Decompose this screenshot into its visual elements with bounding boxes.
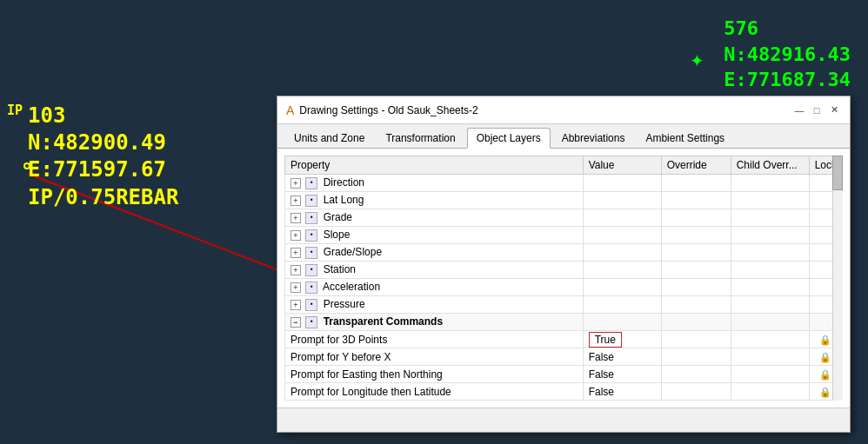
lock-icon: 🔒 bbox=[819, 335, 831, 345]
table-row: + ▪ Pressure bbox=[285, 296, 843, 314]
layer-icon-lat-long: ▪ bbox=[305, 195, 317, 207]
true-value-badge[interactable]: True bbox=[589, 332, 622, 348]
ip-point-marker bbox=[23, 162, 30, 169]
property-prompt-y-before-x[interactable]: Prompt for Y before X bbox=[285, 348, 584, 366]
layer-icon-station: ▪ bbox=[305, 264, 317, 276]
close-button[interactable]: ✕ bbox=[827, 103, 841, 117]
tab-units-and-zone[interactable]: Units and Zone bbox=[284, 128, 374, 148]
layer-icon-slope: ▪ bbox=[305, 229, 317, 242]
override-direction bbox=[661, 175, 731, 192]
property-table: Property Value Override Child Overr... L… bbox=[284, 156, 843, 401]
table-row: + ▪ Grade/Slope bbox=[285, 244, 843, 262]
table-row: + ▪ Slope bbox=[285, 227, 843, 244]
property-prompt-longitude-latitude[interactable]: Prompt for Longitude then Latitude bbox=[285, 383, 584, 401]
layer-icon-grade: ▪ bbox=[305, 212, 317, 224]
property-acceleration[interactable]: + ▪ Acceleration bbox=[285, 279, 584, 296]
property-slope[interactable]: + ▪ Slope bbox=[285, 227, 584, 244]
expand-icon-station[interactable]: + bbox=[290, 265, 301, 275]
property-direction[interactable]: + ▪ Direction bbox=[285, 175, 584, 192]
dialog-title-left: A Drawing Settings - Old Sauk_Sheets-2 bbox=[286, 103, 478, 117]
col-value: Value bbox=[583, 156, 661, 175]
minimize-button[interactable]: — bbox=[792, 103, 806, 117]
lock-icon: 🔒 bbox=[819, 387, 831, 397]
property-grade-slope[interactable]: + ▪ Grade/Slope bbox=[285, 244, 584, 262]
expand-icon-direction[interactable]: + bbox=[290, 178, 301, 189]
property-lat-long[interactable]: + ▪ Lat Long bbox=[285, 192, 584, 209]
expand-icon-lat-long[interactable]: + bbox=[290, 195, 301, 206]
expand-icon-pressure[interactable]: + bbox=[290, 300, 301, 310]
layer-icon-acceleration: ▪ bbox=[305, 282, 317, 294]
value-direction bbox=[583, 175, 661, 192]
layer-icon-transparent-commands: ▪ bbox=[305, 316, 317, 328]
expand-icon-slope[interactable]: + bbox=[290, 230, 301, 241]
lock-icon: 🔒 bbox=[819, 352, 831, 362]
dialog-title-text: Drawing Settings - Old Sauk_Sheets-2 bbox=[299, 104, 477, 116]
value-prompt-longitude-latitude[interactable]: False bbox=[583, 383, 661, 401]
layer-icon-pressure: ▪ bbox=[305, 299, 317, 311]
dialog-tabs: Units and Zone Transformation Object Lay… bbox=[277, 124, 850, 149]
scrollbar-track[interactable] bbox=[832, 156, 843, 401]
col-override: Override bbox=[661, 156, 731, 175]
table-row: + ▪ Station bbox=[285, 262, 843, 279]
expand-icon-transparent-commands[interactable]: − bbox=[290, 317, 301, 328]
table-row: − ▪ Transparent Commands bbox=[285, 314, 843, 331]
col-child-override: Child Overr... bbox=[731, 156, 809, 175]
property-grade[interactable]: + ▪ Grade bbox=[285, 209, 584, 227]
scrollbar-thumb[interactable] bbox=[832, 156, 843, 190]
tab-abbreviations[interactable]: Abbreviations bbox=[552, 128, 635, 148]
property-pressure[interactable]: + ▪ Pressure bbox=[285, 296, 584, 314]
table-row: + ▪ Direction bbox=[285, 175, 843, 192]
layer-icon-direction: ▪ bbox=[305, 177, 317, 189]
table-row: + ▪ Grade bbox=[285, 209, 843, 227]
table-row: Prompt for Longitude then Latitude False… bbox=[285, 383, 843, 401]
expand-icon-grade[interactable]: + bbox=[290, 213, 301, 223]
property-prompt-3d[interactable]: Prompt for 3D Points bbox=[285, 331, 584, 348]
maximize-button[interactable]: □ bbox=[810, 103, 824, 117]
dialog-bottom-bar bbox=[277, 408, 850, 432]
value-prompt-3d[interactable]: True bbox=[583, 331, 661, 348]
coord-top-right: 576 N:482916.43 E:771687.34 bbox=[724, 16, 851, 93]
property-prompt-easting-northing[interactable]: Prompt for Easting then Northing bbox=[285, 366, 584, 383]
dialog-titlebar: A Drawing Settings - Old Sauk_Sheets-2 —… bbox=[277, 96, 850, 124]
col-property: Property bbox=[285, 156, 584, 175]
tab-object-layers[interactable]: Object Layers bbox=[467, 128, 551, 149]
star-marker: ✦ bbox=[690, 50, 704, 71]
coord-left: 103 N:482900.49 E:771597.67 IP/0.75REBAR bbox=[28, 103, 178, 211]
dialog-window-controls: — □ ✕ bbox=[792, 103, 841, 117]
tab-transformation[interactable]: Transformation bbox=[376, 128, 464, 148]
table-row: Prompt for 3D Points True 🔒 bbox=[285, 331, 843, 348]
expand-icon-grade-slope[interactable]: + bbox=[290, 248, 301, 258]
property-transparent-commands[interactable]: − ▪ Transparent Commands bbox=[285, 314, 584, 331]
expand-icon-acceleration[interactable]: + bbox=[290, 282, 301, 293]
dialog-content: Property Value Override Child Overr... L… bbox=[277, 149, 850, 408]
drawing-settings-dialog: A Drawing Settings - Old Sauk_Sheets-2 —… bbox=[277, 96, 851, 433]
layer-icon-grade-slope: ▪ bbox=[305, 247, 317, 259]
lock-icon: 🔒 bbox=[819, 369, 831, 380]
tab-ambient-settings[interactable]: Ambient Settings bbox=[636, 128, 734, 148]
property-table-wrapper: Property Value Override Child Overr... L… bbox=[284, 156, 843, 401]
child-override-direction bbox=[731, 175, 809, 192]
table-row: + ▪ Acceleration bbox=[285, 279, 843, 296]
dialog-app-icon: A bbox=[286, 103, 294, 117]
property-station[interactable]: + ▪ Station bbox=[285, 262, 584, 279]
table-row: + ▪ Lat Long bbox=[285, 192, 843, 209]
value-prompt-y-before-x[interactable]: False bbox=[583, 348, 661, 366]
value-prompt-easting-northing[interactable]: False bbox=[583, 366, 661, 383]
table-row: Prompt for Y before X False 🔒 bbox=[285, 348, 843, 366]
ip-label-left: IP bbox=[7, 103, 23, 118]
table-row: Prompt for Easting then Northing False 🔒 bbox=[285, 366, 843, 383]
